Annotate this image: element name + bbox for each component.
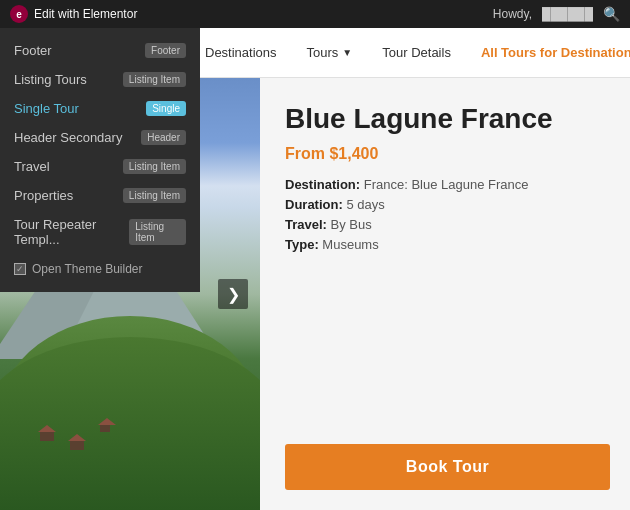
destination-label: Destination: xyxy=(285,177,360,192)
house-2 xyxy=(70,440,84,450)
house-3 xyxy=(100,424,110,432)
tour-type-row: Type: Museums xyxy=(285,237,610,252)
tour-type-value: Museums xyxy=(322,237,378,252)
nav-tours[interactable]: Tours ▼ xyxy=(302,45,358,60)
edit-elementor-label: Edit with Elementor xyxy=(34,7,137,21)
type-label: Type: xyxy=(285,237,319,252)
checkbox-icon: ✓ xyxy=(14,263,26,275)
panel-item-listing-tours[interactable]: Listing Tours Listing Item xyxy=(0,65,200,94)
panel-badge-single-tour: Single xyxy=(146,101,186,116)
panel-badge-footer: Footer xyxy=(145,43,186,58)
tour-duration-value: 5 days xyxy=(346,197,384,212)
panel-item-header-secondary-label: Header Secondary xyxy=(14,130,122,145)
panel-badge-properties: Listing Item xyxy=(123,188,186,203)
nav-tour-details[interactable]: Tour Details xyxy=(377,45,456,60)
open-theme-builder-label: Open Theme Builder xyxy=(32,262,143,276)
tour-destination-value: France: Blue Lagune France xyxy=(364,177,529,192)
edit-elementor-button[interactable]: e Edit with Elementor xyxy=(10,5,137,23)
nav-all-tours-destination[interactable]: All Tours for Destination xyxy=(476,45,630,60)
tour-destination-row: Destination: France: Blue Lagune France xyxy=(285,177,610,192)
panel-item-single-tour[interactable]: Single Tour Single xyxy=(0,94,200,123)
panel-item-header-secondary[interactable]: Header Secondary Header xyxy=(0,123,200,152)
admin-bar: e Edit with Elementor Howdy, ██████ 🔍 xyxy=(0,0,630,28)
panel-item-tour-repeater[interactable]: Tour Repeater Templ... Listing Item xyxy=(0,210,200,254)
tour-travel-row: Travel: By Bus xyxy=(285,217,610,232)
panel-item-tour-repeater-label: Tour Repeater Templ... xyxy=(14,217,129,247)
chevron-down-icon: ▼ xyxy=(342,47,352,58)
panel-item-properties[interactable]: Properties Listing Item xyxy=(0,181,200,210)
search-icon[interactable]: 🔍 xyxy=(603,6,620,22)
nav-tours-label: Tours xyxy=(307,45,339,60)
duration-label: Duration: xyxy=(285,197,343,212)
travel-label: Travel: xyxy=(285,217,327,232)
next-image-button[interactable]: ❯ xyxy=(218,279,248,309)
howdy-label: Howdy, xyxy=(493,7,532,21)
open-theme-builder-item[interactable]: ✓ Open Theme Builder xyxy=(0,254,200,284)
panel-badge-travel: Listing Item xyxy=(123,159,186,174)
panel-item-listing-tours-label: Listing Tours xyxy=(14,72,87,87)
elementor-icon: e xyxy=(10,5,28,23)
book-tour-button[interactable]: Book Tour xyxy=(285,444,610,490)
tour-title: Blue Lagune France xyxy=(285,103,610,135)
panel-item-properties-label: Properties xyxy=(14,188,73,203)
panel-item-footer[interactable]: Footer Footer xyxy=(0,36,200,65)
panel-item-travel[interactable]: Travel Listing Item xyxy=(0,152,200,181)
panel-badge-listing-tours: Listing Item xyxy=(123,72,186,87)
panel-item-footer-label: Footer xyxy=(14,43,52,58)
house-1 xyxy=(40,431,54,441)
nav-destinations[interactable]: Destinations xyxy=(200,45,282,60)
panel-badge-tour-repeater: Listing Item xyxy=(129,219,186,245)
panel-item-travel-label: Travel xyxy=(14,159,50,174)
panel-badge-header-secondary: Header xyxy=(141,130,186,145)
admin-bar-right: Howdy, ██████ 🔍 xyxy=(493,6,620,22)
tour-price: From $1,400 xyxy=(285,145,610,163)
tour-travel-value: By Bus xyxy=(331,217,372,232)
username-label: ██████ xyxy=(542,7,593,21)
green-hills2 xyxy=(0,337,260,510)
tour-details-panel: Blue Lagune France From $1,400 Destinati… xyxy=(260,78,630,510)
left-panel: Footer Footer Listing Tours Listing Item… xyxy=(0,28,200,292)
tour-meta: Destination: France: Blue Lagune France … xyxy=(285,177,610,252)
panel-item-single-tour-label: Single Tour xyxy=(14,101,79,116)
tour-duration-row: Duration: 5 days xyxy=(285,197,610,212)
